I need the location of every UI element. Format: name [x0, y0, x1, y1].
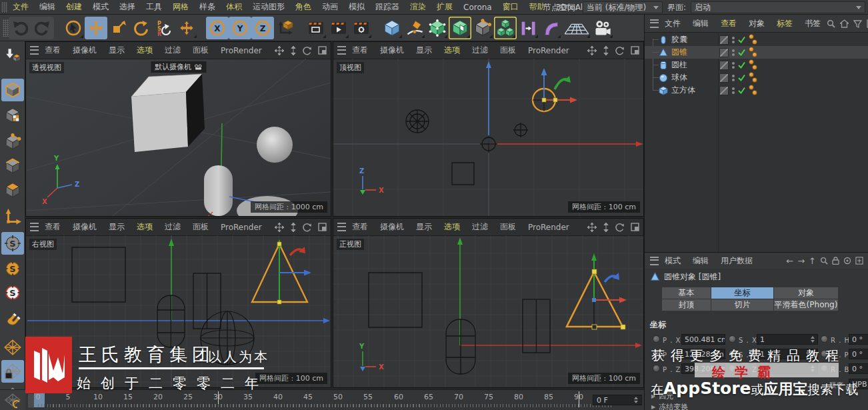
spline-wrap-button[interactable]: [517, 17, 539, 39]
capsule-wireframe[interactable]: [446, 319, 475, 374]
state-dots[interactable]: [749, 85, 759, 96]
cube-wireframe[interactable]: [369, 273, 422, 327]
coordinate-system-button[interactable]: [274, 17, 297, 39]
search-icon[interactable]: [827, 19, 835, 28]
origin-null-wireframe[interactable]: [480, 135, 497, 153]
menu-simulate[interactable]: 模拟: [343, 1, 370, 13]
om-menu-tags[interactable]: 标签: [771, 18, 799, 29]
menu-tools[interactable]: 工具: [141, 1, 167, 13]
floor-button[interactable]: [562, 17, 591, 39]
move-tool-button[interactable]: [85, 17, 107, 39]
undo-button[interactable]: [9, 17, 31, 39]
move-axis-button[interactable]: [175, 17, 198, 39]
menu-window[interactable]: 窗口: [497, 1, 524, 13]
menu-create[interactable]: 创建: [61, 1, 87, 13]
enable-check-icon[interactable]: [737, 73, 746, 82]
rh-field[interactable]: 0 °: [849, 334, 868, 345]
menu-volume[interactable]: 体积: [221, 1, 247, 13]
top-canvas[interactable]: Z X: [333, 59, 643, 216]
object-name[interactable]: 立方体: [671, 85, 695, 96]
cube-object[interactable]: [131, 74, 205, 152]
freeze-transform-group[interactable]: ▶ 冻结变换: [651, 402, 688, 410]
menu-character[interactable]: 角色: [290, 1, 317, 13]
vp-menu-options[interactable]: 选项: [131, 221, 159, 233]
perspective-canvas[interactable]: Y Z X: [26, 59, 331, 216]
menu-animate[interactable]: 动画: [317, 1, 343, 13]
timeline-grip[interactable]: [28, 394, 34, 407]
axis-y-lock-button[interactable]: Y: [229, 17, 251, 39]
front-canvas[interactable]: Y X: [333, 235, 643, 387]
hamburger-icon[interactable]: [30, 46, 39, 55]
vp-menu-camera[interactable]: 摄像机: [67, 221, 103, 233]
maximize-icon[interactable]: [318, 223, 327, 231]
bend-deformer-button[interactable]: [539, 17, 562, 39]
node-space-select[interactable]: 当前 (标准/物理): [583, 1, 663, 13]
am-menu-userdata[interactable]: 用户数据: [715, 255, 759, 267]
psr-reset-button[interactable]: P S R: [153, 17, 175, 39]
sphere-object[interactable]: [257, 127, 293, 163]
render-button[interactable]: [327, 17, 350, 39]
vp-menu-display[interactable]: 显示: [410, 45, 438, 56]
cube-wireframe[interactable]: [452, 163, 474, 185]
rotate-tool-button[interactable]: [130, 17, 153, 39]
orbit-icon[interactable]: [615, 46, 625, 55]
vp-menu-display[interactable]: 显示: [410, 221, 438, 233]
om-menu-objects[interactable]: 对象: [743, 18, 771, 29]
vp-menu-filter[interactable]: 过滤: [466, 45, 494, 56]
timeline-corner-button[interactable]: [0, 389, 25, 410]
knob-icon[interactable]: [653, 365, 660, 372]
interface-select[interactable]: 启动: [691, 1, 865, 13]
toolbar-grip[interactable]: [3, 19, 9, 37]
vp-menu-options[interactable]: 选项: [438, 45, 466, 56]
enable-check-icon[interactable]: [737, 35, 746, 44]
filter-icon[interactable]: [853, 19, 862, 28]
texture-mode-button[interactable]: [1, 104, 24, 127]
menu-edit[interactable]: 编辑: [34, 1, 61, 13]
enable-check-icon[interactable]: [737, 86, 746, 95]
object-row-sphere[interactable]: 球体: [645, 71, 868, 84]
object-row-cone[interactable]: 圆锥: [645, 46, 868, 59]
state-dots[interactable]: [749, 72, 759, 83]
make-editable-button[interactable]: [1, 44, 24, 67]
spline-pen-button[interactable]: [403, 17, 426, 39]
axis-x-lock-button[interactable]: X: [206, 17, 229, 39]
array-generator-button[interactable]: [494, 17, 517, 39]
capsule-object[interactable]: [204, 165, 233, 216]
vp-menu-camera[interactable]: 摄像机: [374, 45, 410, 56]
capsule-wireframe[interactable]: [157, 295, 185, 347]
cone-selected-gizmo[interactable]: [567, 253, 627, 329]
pan-icon[interactable]: [587, 223, 597, 232]
render-settings-button[interactable]: [350, 17, 373, 39]
am-menu-edit[interactable]: 编辑: [687, 255, 715, 267]
tab-coordinates[interactable]: 坐标: [711, 287, 773, 299]
object-name[interactable]: 圆柱: [671, 59, 687, 71]
state-dots[interactable]: [749, 47, 759, 58]
edges-mode-button[interactable]: [1, 155, 24, 177]
home-icon[interactable]: [840, 19, 849, 28]
workplane-button[interactable]: [1, 336, 24, 359]
vp-menu-panel[interactable]: 面板: [187, 45, 215, 56]
viewport-front[interactable]: 查看 摄像机 显示 选项 过滤 面板 ProRender: [333, 218, 644, 388]
dolly-icon[interactable]: [603, 223, 609, 232]
om-menu-file[interactable]: 文件: [659, 18, 687, 29]
maximize-icon[interactable]: [631, 46, 639, 55]
menu-corona[interactable]: Corona: [458, 3, 497, 12]
knob-icon[interactable]: [653, 335, 660, 343]
current-frame-field[interactable]: 0 F: [593, 395, 642, 405]
pan-icon[interactable]: [275, 223, 284, 232]
hamburger-icon[interactable]: [337, 223, 346, 231]
menu-spline[interactable]: 样条: [194, 1, 221, 13]
tab-slice[interactable]: 切片: [711, 299, 773, 311]
vp-menu-panel[interactable]: 面板: [187, 221, 215, 233]
visibility-toggle-dots[interactable]: [732, 75, 735, 81]
am-menu-mode[interactable]: 模式: [659, 255, 687, 267]
add-icon[interactable]: [855, 257, 863, 265]
object-name[interactable]: 圆锥: [671, 47, 687, 58]
sphere-wireframe[interactable]: [406, 110, 429, 133]
vp-menu-prorender[interactable]: ProRender: [522, 223, 575, 232]
layer-box[interactable]: [719, 86, 729, 95]
object-row-cube[interactable]: 立方体: [645, 84, 868, 97]
primitive-cube-button[interactable]: [381, 17, 403, 39]
magnet-tool-button[interactable]: [1, 309, 24, 332]
boole-generator-button[interactable]: [449, 17, 471, 39]
